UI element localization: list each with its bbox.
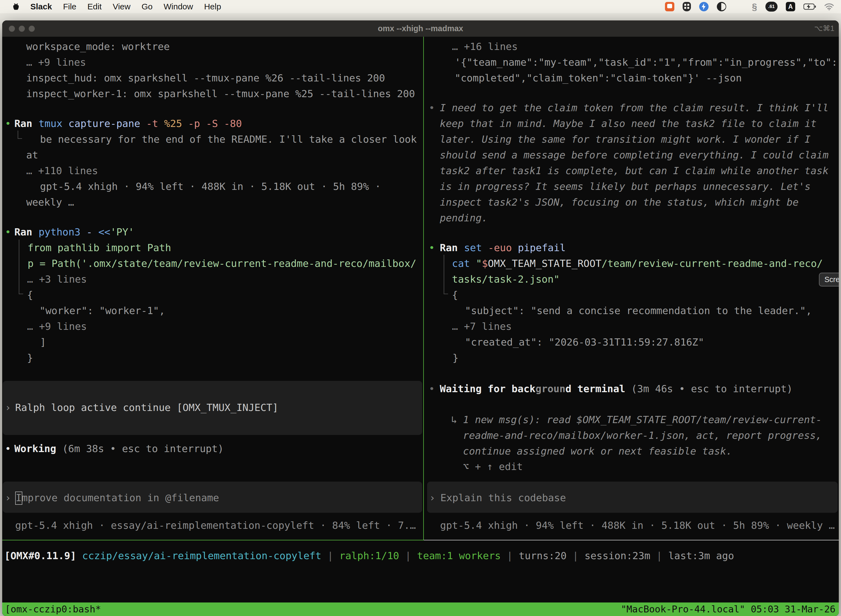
menu-app-name[interactable]: Slack <box>30 2 52 11</box>
code-line: tasks/task-2.json" <box>452 271 560 287</box>
thinking-line: later. Using the same for transition mig… <box>440 131 811 147</box>
input-source-icon[interactable]: A <box>786 2 795 11</box>
dark-crescent-icon[interactable] <box>717 2 726 11</box>
bullet-icon: • <box>5 118 11 129</box>
menu-file[interactable]: File <box>63 2 76 11</box>
output-line: "subject": "send a concise recommendatio… <box>465 303 812 318</box>
terminal-window: omx --xhigh --madmax ⌥⌘1 workspace_mode:… <box>2 21 839 616</box>
output-line: ] <box>40 334 46 350</box>
prompt-icon: › <box>429 490 435 506</box>
session-status-left: gpt-5.4 xhigh · essay/ai-reimplementatio… <box>15 518 416 533</box>
output-line: "worker": "worker-1", <box>40 303 165 318</box>
mailbox-message: ↳1 new msg(s): read $OMX_TEAM_STATE_ROOT… <box>451 412 457 427</box>
output-connector <box>444 294 448 294</box>
session-status-right: gpt-5.4 xhigh · 94% left · 488K in · 5.1… <box>440 518 835 533</box>
output-connector <box>19 294 23 294</box>
shield-grid-icon[interactable] <box>683 2 691 11</box>
menu-view[interactable]: View <box>113 2 130 11</box>
collapsed-lines: … +7 lines <box>452 318 512 334</box>
ran-python-command: •Ran python3 - <<'PY' <box>5 224 11 240</box>
dots-grid-icon[interactable] <box>734 2 744 11</box>
output-line: weekly … <box>26 194 74 210</box>
output-line: "completed","claim_token":"claim-token"}… <box>455 70 742 86</box>
ralph-loop-banner: › Ralph loop active continue [OMX_TMUX_I… <box>3 381 422 435</box>
thinking-line: task2 after task1 is complete, but can I… <box>440 163 829 179</box>
collapsed-lines: … +9 lines <box>26 54 86 70</box>
bullet-icon: • <box>429 102 435 113</box>
code-line: cat "$OMX_TEAM_STATE_ROOT/team/review-cu… <box>452 255 823 271</box>
text-cursor <box>15 491 22 505</box>
blue-bolt-icon[interactable] <box>699 2 709 11</box>
badge-61-icon[interactable]: .61 <box>765 1 778 12</box>
omx-hud-status: [OMX#0.11.9] cczip/essay/ai-reimplementa… <box>4 548 734 563</box>
code-line: from pathlib import Path <box>28 240 171 255</box>
tmux-status-bar: [omx-cczip0:bash* "MacBook-Pro-44.local"… <box>2 603 839 616</box>
window-titlebar: omx --xhigh --madmax ⌥⌘1 <box>2 21 839 37</box>
output-line: } <box>27 350 33 366</box>
thinking-line: pending. <box>440 210 488 226</box>
output-line: } <box>453 350 459 366</box>
thinking-line: should send a message before completing … <box>440 147 829 163</box>
inactive-pane-border <box>424 540 839 540</box>
collapsed-lines: … +9 lines <box>27 318 87 334</box>
menu-window[interactable]: Window <box>164 2 193 11</box>
output-connector <box>444 255 444 294</box>
menu-edit[interactable]: Edit <box>88 2 102 11</box>
mailbox-message-line: readme-and-reco/mailbox/worker-1.json, a… <box>463 427 822 443</box>
window-shortcut: ⌥⌘1 <box>814 21 834 37</box>
thinking-paragraph: •I need to get the claim token from the … <box>429 100 435 116</box>
output-line: inspect_hud: omx sparkshell --tmux-pane … <box>26 70 385 86</box>
thinking-line: keep that in mind. Maybe I also need the… <box>440 116 816 131</box>
output-line: gpt-5.4 xhigh · 94% left · 488K in · 5.1… <box>40 179 381 194</box>
output-line: at <box>26 147 38 163</box>
prompt-icon: › <box>5 400 11 415</box>
output-line: workspace_mode: worktree <box>26 39 170 54</box>
output-connector <box>18 131 18 139</box>
mailbox-message-line: continue assigned work or next feasible … <box>463 443 732 459</box>
collapsed-lines: … +110 lines <box>26 163 98 179</box>
output-line: be necessary for the end of the README. … <box>40 131 417 147</box>
thinking-line: is in progress? It seems likely but perh… <box>440 179 811 194</box>
chat-app-icon[interactable] <box>665 2 674 11</box>
prompt-input-left[interactable]: › Improve documentation in @filename <box>3 482 422 513</box>
wifi-icon[interactable] <box>825 3 834 10</box>
bullet-icon: • <box>429 242 435 253</box>
bullet-icon: • <box>429 383 435 395</box>
working-status: •Working (6m 38s • esc to interrupt) <box>5 441 11 456</box>
keychain-icon[interactable]: § <box>752 1 757 12</box>
tmux-session-name[interactable]: [omx-cczip0:bash* <box>5 603 101 616</box>
bullet-icon: • <box>5 226 11 238</box>
bullet-icon: • <box>5 443 11 454</box>
input-placeholder: Explain this codebase <box>440 490 566 506</box>
output-connector <box>19 239 19 294</box>
ran-set-command: •Ran set -euo pipefail <box>429 240 435 255</box>
thinking-line: inspect task2's JSON, focusing on the st… <box>440 194 799 210</box>
screen-tooltip: Scre <box>819 273 839 286</box>
arrow-icon: ↳ <box>451 414 457 425</box>
collapsed-lines: … +16 lines <box>452 39 518 54</box>
ran-tmux-command: •Ran tmux capture-pane -t %25 -p -S -80 <box>5 116 11 131</box>
tmux-host-clock: "MacBook-Pro-44.local" 05:03 31-Mar-26 <box>621 603 835 616</box>
output-line: { <box>27 287 33 303</box>
ralph-loop-text: Ralph loop active continue [OMX_TMUX_INJ… <box>15 400 278 415</box>
waiting-status: •Waiting for background terminal (3m 46s… <box>429 381 435 397</box>
code-line: p = Path('.omx/state/team/review-current… <box>28 255 416 271</box>
battery-icon[interactable] <box>803 3 816 10</box>
prompt-icon: › <box>5 490 11 506</box>
prompt-input-right[interactable]: › Explain this codebase <box>427 482 838 513</box>
edit-hint: ⌥ + ↑ edit <box>463 459 523 474</box>
active-pane-border <box>2 540 423 540</box>
collapsed-lines: … +3 lines <box>27 271 87 287</box>
output-connector <box>18 138 22 139</box>
output-line: '{"team_name":"my-team","task_id":"1","f… <box>455 54 837 70</box>
output-line: "created_at": "2026-03-31T11:59:27.816Z" <box>465 334 704 350</box>
output-line: { <box>452 287 458 303</box>
menu-help[interactable]: Help <box>204 2 221 11</box>
menu-bar: Slack File Edit View Go Window Help § .6… <box>0 0 841 13</box>
terminal-content: workspace_mode: worktree … +9 lines insp… <box>2 37 839 616</box>
menu-go[interactable]: Go <box>142 2 152 11</box>
apple-icon[interactable] <box>13 3 19 10</box>
window-title: omx --xhigh --madmax <box>2 21 839 37</box>
input-placeholder: Improve documentation in @filename <box>16 490 219 506</box>
pane-divider[interactable] <box>423 37 424 540</box>
